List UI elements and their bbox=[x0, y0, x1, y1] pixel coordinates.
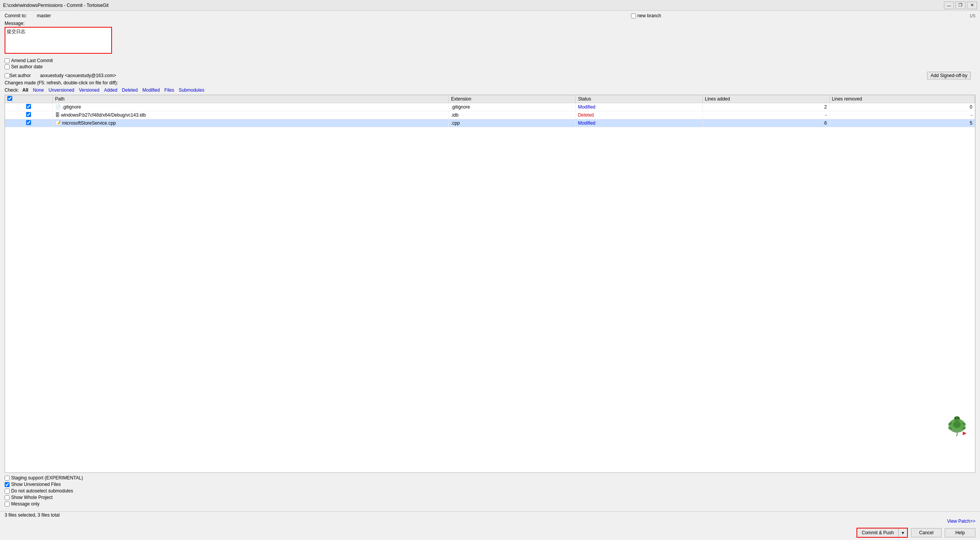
set-author-label: Set author bbox=[10, 73, 31, 78]
svg-point-6 bbox=[955, 418, 957, 419]
show-unversioned-checkbox[interactable] bbox=[5, 482, 10, 487]
changes-header: Changes made (F5: refresh, double-click … bbox=[5, 80, 975, 86]
commit-to-branch: master bbox=[37, 13, 51, 18]
file-table-body: 📄 .gitignore .gitignore Modified 2 0 🗄 w… bbox=[5, 103, 975, 127]
set-author-checkbox[interactable] bbox=[5, 73, 10, 78]
restore-button[interactable]: ❐ bbox=[955, 2, 965, 9]
tortoise-logo bbox=[945, 408, 968, 440]
row-ext-cell: .gitignore bbox=[449, 103, 576, 111]
file-path: .gitignore bbox=[62, 104, 81, 110]
filter-submodules[interactable]: Submodules bbox=[178, 87, 206, 93]
file-icon: 📝 bbox=[55, 120, 61, 126]
file-path: windowsP.b27cf48d/x64/Debug/vc143.idb bbox=[61, 112, 146, 118]
commit-push-button[interactable]: Commit & Push bbox=[857, 528, 899, 537]
minimize-button[interactable]: — bbox=[944, 2, 954, 9]
filter-files[interactable]: Files bbox=[163, 87, 175, 93]
amend-checkbox-row: Amend Last Commit bbox=[5, 58, 975, 63]
row-checkbox-1[interactable] bbox=[26, 112, 31, 117]
show-unversioned-label: Show Unversioned Files bbox=[11, 482, 61, 487]
page-indicator: 1/5 bbox=[970, 13, 975, 18]
show-unversioned-row: Show Unversioned Files bbox=[5, 482, 975, 487]
row-path-cell: 📝 microsoftStoreService.cpp bbox=[53, 119, 448, 127]
set-author-date-label: Set author date bbox=[11, 64, 43, 69]
check-all-checkbox[interactable] bbox=[7, 96, 12, 101]
do-not-autoselect-label: Do not autoselect submodules bbox=[11, 488, 73, 494]
row-ext-cell: .cpp bbox=[449, 119, 576, 127]
message-label: Message: bbox=[5, 21, 975, 26]
checkboxes-row: Amend Last Commit Set author date bbox=[0, 56, 980, 71]
row-removed-cell: - bbox=[829, 111, 975, 119]
bottom-section: Staging support (EXPERIMENTAL) Show Unve… bbox=[0, 473, 980, 511]
window-controls: — ❐ ✕ bbox=[944, 2, 977, 9]
set-author-date-checkbox[interactable] bbox=[5, 64, 10, 69]
filter-added[interactable]: Added bbox=[103, 87, 119, 93]
close-button[interactable]: ✕ bbox=[967, 2, 977, 9]
svg-point-5 bbox=[954, 416, 960, 421]
col-header-lines-added[interactable]: Lines added bbox=[702, 95, 829, 103]
show-whole-project-label: Show Whole Project bbox=[11, 495, 53, 500]
new-branch-area: new branch 1/5 bbox=[631, 13, 975, 18]
view-patch-link[interactable]: View Patch>> bbox=[0, 519, 980, 525]
set-author-date-row: Set author date bbox=[5, 64, 975, 69]
bottom-buttons: Commit & Push ▼ Cancel Help bbox=[0, 525, 980, 540]
filter-unversioned[interactable]: Unversioned bbox=[47, 87, 75, 93]
row-checkbox-0[interactable] bbox=[26, 104, 31, 109]
message-input[interactable] bbox=[5, 27, 112, 54]
author-value: aoxuestudy <aoxuestudy@163.com> bbox=[40, 73, 116, 78]
commit-to-row: Commit to: master new branch 1/5 bbox=[0, 11, 980, 19]
new-branch-checkbox[interactable] bbox=[631, 13, 636, 18]
staging-support-checkbox[interactable] bbox=[5, 476, 10, 481]
show-whole-project-checkbox[interactable] bbox=[5, 495, 10, 500]
col-header-check[interactable] bbox=[5, 95, 53, 103]
message-only-row: Message only bbox=[5, 501, 975, 507]
filter-versioned[interactable]: Versioned bbox=[78, 87, 100, 93]
filter-deleted[interactable]: Deleted bbox=[121, 87, 139, 93]
do-not-autoselect-checkbox[interactable] bbox=[5, 489, 10, 494]
filter-modified[interactable]: Modified bbox=[141, 87, 161, 93]
show-whole-project-row: Show Whole Project bbox=[5, 495, 975, 500]
row-added-cell: 2 bbox=[702, 103, 829, 111]
col-header-path[interactable]: Path bbox=[53, 95, 448, 103]
svg-point-7 bbox=[958, 418, 959, 419]
amend-last-commit-checkbox[interactable] bbox=[5, 58, 10, 63]
file-icon: 📄 bbox=[55, 104, 61, 110]
row-path-cell: 📄 .gitignore bbox=[53, 103, 448, 111]
row-check-cell bbox=[5, 119, 53, 127]
file-icon: 🗄 bbox=[55, 112, 60, 118]
filter-all[interactable]: All bbox=[21, 87, 29, 93]
table-row[interactable]: 🗄 windowsP.b27cf48d/x64/Debug/vc143.idb … bbox=[5, 111, 975, 119]
main-window: Commit to: master new branch 1/5 Message… bbox=[0, 11, 980, 540]
row-status-cell: Deleted bbox=[575, 111, 702, 119]
row-ext-cell: .idb bbox=[449, 111, 576, 119]
row-checkbox-2[interactable] bbox=[26, 120, 31, 125]
row-path-cell: 🗄 windowsP.b27cf48d/x64/Debug/vc143.idb bbox=[53, 111, 448, 119]
commit-to-label: Commit to: bbox=[5, 13, 35, 18]
help-button[interactable]: Help bbox=[945, 528, 975, 537]
filter-none[interactable]: None bbox=[32, 87, 45, 93]
bottom-checkboxes: Staging support (EXPERIMENTAL) Show Unve… bbox=[5, 475, 975, 507]
table-row[interactable]: 📄 .gitignore .gitignore Modified 2 0 bbox=[5, 103, 975, 111]
staging-support-label: Staging support (EXPERIMENTAL) bbox=[11, 475, 83, 481]
row-removed-cell: 0 bbox=[829, 103, 975, 111]
status-bar: 3 files selected, 3 files total bbox=[0, 511, 980, 519]
col-header-lines-removed[interactable]: Lines removed bbox=[829, 95, 975, 103]
row-check-cell bbox=[5, 103, 53, 111]
changes-section: Changes made (F5: refresh, double-click … bbox=[0, 80, 980, 473]
col-header-extension[interactable]: Extension bbox=[449, 95, 576, 103]
cancel-button[interactable]: Cancel bbox=[911, 528, 942, 537]
message-only-checkbox[interactable] bbox=[5, 502, 10, 507]
add-signed-off-button[interactable]: Add Signed-off-by bbox=[927, 72, 971, 79]
row-status-cell: Modified bbox=[575, 103, 702, 111]
col-header-status[interactable]: Status bbox=[575, 95, 702, 103]
file-table-container[interactable]: Path Extension Status Lines added Lines … bbox=[5, 95, 975, 473]
amend-label: Amend Last Commit bbox=[11, 58, 53, 63]
file-table: Path Extension Status Lines added Lines … bbox=[5, 95, 975, 127]
row-added-cell: - bbox=[702, 111, 829, 119]
table-row[interactable]: 📝 microsoftStoreService.cpp .cpp Modifie… bbox=[5, 119, 975, 127]
title-bar: E:\code\windowsPermissions - Commit - To… bbox=[0, 0, 980, 11]
check-label: Check: bbox=[5, 87, 19, 93]
commit-push-dropdown[interactable]: ▼ bbox=[899, 528, 907, 537]
new-branch-label: new branch bbox=[637, 13, 661, 18]
row-status-cell: Modified bbox=[575, 119, 702, 127]
set-author-row: Set author aoxuestudy <aoxuestudy@163.co… bbox=[0, 71, 980, 80]
